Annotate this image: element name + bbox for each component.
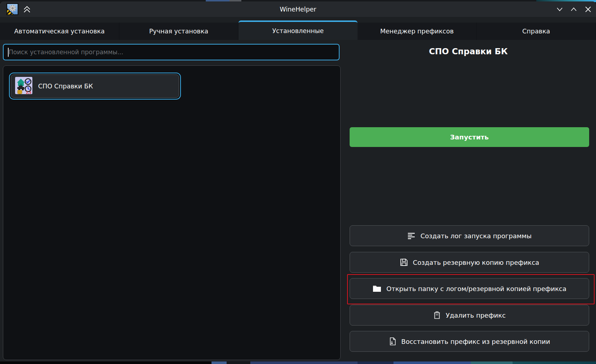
- close-icon: [583, 5, 593, 14]
- maximize-button[interactable]: [568, 4, 579, 15]
- selected-program-title: СПО Справки БК: [341, 47, 596, 56]
- create-log-button[interactable]: Создать лог запуска программы: [350, 225, 589, 246]
- minimize-button[interactable]: [554, 4, 565, 15]
- window-title: WineHelper: [0, 1, 596, 17]
- floppy-save-icon: [400, 258, 408, 267]
- tab-bar: Автоматическая установка Ручная установк…: [0, 20, 596, 40]
- tab-prefix-manager[interactable]: Менеджер префиксов: [358, 23, 477, 40]
- log-lines-icon: [407, 231, 416, 240]
- folder-icon: [372, 285, 382, 292]
- svg-text:2,5: 2,5: [26, 91, 31, 94]
- tab-help[interactable]: Справка: [477, 23, 596, 40]
- list-item-spo-spravki-bk[interactable]: 2,5 СПО Справки БК: [9, 73, 181, 100]
- list-item-label: СПО Справки БК: [38, 83, 93, 90]
- winehelper-app-icon[interactable]: [6, 3, 18, 15]
- backup-prefix-button[interactable]: Создать резервную копию префикса: [350, 252, 589, 273]
- keep-above-button[interactable]: [22, 5, 32, 14]
- chevron-down-icon: [555, 5, 564, 14]
- close-button[interactable]: [582, 4, 594, 15]
- chevrons-up-icon: [23, 5, 31, 14]
- winehelper-window: WineHelper: [0, 1, 596, 361]
- text-caret: [8, 48, 9, 57]
- restore-document-icon: [389, 337, 397, 346]
- tab-automatic-install[interactable]: Автоматическая установка: [0, 23, 119, 40]
- desktop-bottom-strip: [0, 361, 596, 364]
- restore-prefix-button[interactable]: Восстановить префикс из резервной копии: [350, 331, 589, 352]
- tab-manual-install[interactable]: Ручная установка: [119, 23, 239, 40]
- spo-spravki-bk-app-icon: 2,5: [15, 77, 32, 96]
- tab-installed[interactable]: Установленные: [238, 20, 358, 40]
- run-button[interactable]: Запустить: [350, 127, 589, 147]
- delete-prefix-button[interactable]: Удалить префикс: [350, 305, 589, 326]
- chevron-up-icon: [569, 5, 578, 14]
- titlebar[interactable]: WineHelper: [0, 1, 596, 17]
- trash-icon: [433, 311, 441, 319]
- screen: { "window": { "title": "WineHelper", "ti…: [0, 0, 596, 364]
- installed-programs-list[interactable]: 2,5 СПО Справки БК: [3, 65, 341, 360]
- search-input[interactable]: [3, 44, 340, 60]
- open-log-backup-folder-button[interactable]: Открыть папку с логом/резервной копией п…: [350, 278, 589, 299]
